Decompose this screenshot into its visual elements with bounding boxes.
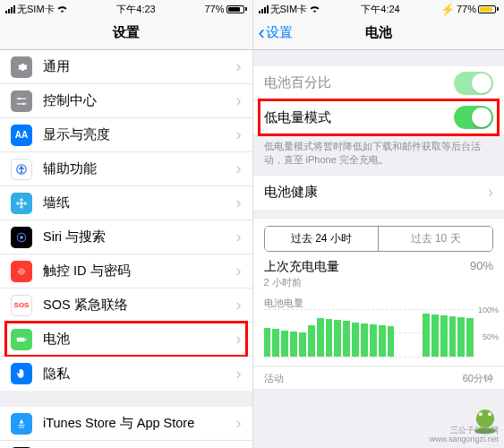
- chart-title: 电池电量: [264, 297, 494, 310]
- row-wallet-applepay[interactable]: 钱包与 Apple Pay ›: [0, 441, 252, 448]
- chart-bar: [457, 317, 465, 356]
- chart-bar: [308, 325, 315, 356]
- low-power-icon: ⚡: [440, 3, 455, 16]
- svg-point-7: [20, 198, 23, 202]
- section-last-charge: 90% 上次充电电量 2 小时前: [253, 252, 505, 293]
- row-control-center[interactable]: 控制中心 ›: [0, 84, 252, 118]
- y-axis-50: 50%: [483, 332, 499, 341]
- chevron-right-icon: ›: [236, 228, 242, 246]
- svg-point-5: [21, 166, 22, 168]
- group-separator: [0, 391, 252, 407]
- appstore-icon: [11, 413, 32, 435]
- page-title: 设置: [113, 24, 140, 41]
- chart-bar: [388, 326, 395, 357]
- section-activity: 活动 60分钟: [253, 366, 505, 389]
- chart-bar: [299, 332, 306, 357]
- chart-bar: [379, 325, 386, 357]
- row-label: SOS 紧急联络: [43, 297, 236, 314]
- chevron-right-icon: ›: [236, 262, 242, 280]
- row-label: Siri 与搜索: [43, 228, 236, 246]
- back-label: 设置: [266, 24, 293, 41]
- row-privacy[interactable]: 隐私 ›: [0, 357, 252, 391]
- sos-icon: SOS: [11, 295, 32, 316]
- tab-last-24h[interactable]: 过去 24 小时: [265, 227, 380, 251]
- accessibility-icon: [11, 159, 32, 180]
- watermark-text: 三公子游戏网 www.sangongzi.net: [429, 426, 499, 444]
- last-charge-title: 上次充电电量: [264, 259, 494, 275]
- chart-bar: [272, 329, 279, 357]
- chart-bar: [352, 323, 359, 357]
- siri-icon: [11, 227, 32, 248]
- last-charge-percent: 90%: [470, 259, 493, 272]
- chart-bar: [326, 319, 333, 356]
- carrier-text: 无SIM卡: [270, 3, 308, 16]
- y-axis-100: 100%: [478, 306, 499, 314]
- group-separator: [253, 210, 505, 219]
- row-label: 控制中心: [43, 92, 236, 109]
- row-battery-health[interactable]: 电池健康 ›: [253, 176, 505, 210]
- row-label: 辅助功能: [43, 160, 236, 177]
- screenshot-left-settings: 无SIM卡 下午4:23 77% 设置 通用 › 控制中心 › AA 显示与亮度…: [0, 0, 252, 448]
- group-separator: [253, 50, 505, 66]
- page-title: 电池: [365, 24, 392, 41]
- status-bar: 无SIM卡 下午4:23 77%: [0, 0, 252, 16]
- activity-right-label: 60分钟: [463, 372, 493, 385]
- svg-point-8: [20, 205, 23, 209]
- chevron-right-icon: ›: [236, 194, 242, 212]
- chart-bar: [466, 318, 474, 356]
- chevron-right-icon: ›: [236, 159, 242, 178]
- svg-rect-14: [25, 338, 26, 340]
- toggle-battery-percentage[interactable]: [454, 72, 493, 95]
- activity-label: 活动: [264, 372, 284, 385]
- signal-icon: [5, 5, 15, 13]
- signal-icon: [259, 5, 269, 13]
- aa-icon: AA: [11, 125, 32, 146]
- row-low-power-mode[interactable]: 低电量模式: [253, 100, 505, 134]
- row-label: 墙纸: [43, 194, 236, 211]
- chevron-right-icon: ›: [236, 57, 242, 76]
- row-battery[interactable]: 电池 ›: [0, 323, 252, 357]
- back-button[interactable]: ‹ 设置: [259, 23, 293, 43]
- toggle-low-power-mode[interactable]: [454, 106, 493, 129]
- chevron-right-icon: ›: [236, 91, 242, 110]
- chart-bar: [449, 316, 457, 357]
- wifi-icon: [56, 5, 68, 13]
- chart-bar: [361, 323, 368, 357]
- status-bar: 无SIM卡 下午4:24 ⚡ 77%: [253, 0, 505, 16]
- row-display-brightness[interactable]: AA 显示与亮度 ›: [0, 118, 252, 152]
- hand-icon: [11, 363, 32, 384]
- chevron-right-icon: ›: [236, 125, 242, 144]
- svg-point-10: [23, 202, 27, 205]
- row-label: 电池: [43, 331, 236, 348]
- row-label: 通用: [43, 58, 236, 75]
- tab-last-10d[interactable]: 过去 10 天: [379, 227, 492, 251]
- svg-point-9: [16, 202, 20, 205]
- row-touchid-passcode[interactable]: 触控 ID 与密码 ›: [0, 254, 252, 289]
- gear-icon: [11, 56, 32, 78]
- svg-rect-3: [17, 103, 27, 104]
- row-siri-search[interactable]: Siri 与搜索 ›: [0, 220, 252, 254]
- nav-bar: 设置: [0, 16, 252, 50]
- chart-bar: [281, 331, 288, 357]
- row-battery-percentage[interactable]: 电池百分比: [253, 66, 505, 100]
- row-wallpaper[interactable]: 墙纸 ›: [0, 186, 252, 220]
- svg-rect-13: [17, 337, 25, 341]
- row-label: 触控 ID 与密码: [43, 263, 236, 280]
- chart-bar: [440, 315, 448, 357]
- row-itunes-appstore[interactable]: iTunes Store 与 App Store ›: [0, 407, 252, 441]
- svg-point-12: [20, 236, 23, 239]
- chart-bar: [290, 332, 297, 357]
- svg-rect-1: [17, 98, 27, 99]
- battery-icon: [226, 5, 247, 13]
- row-accessibility[interactable]: 辅助功能 ›: [0, 152, 252, 186]
- row-sos[interactable]: SOS SOS 紧急联络 ›: [0, 289, 252, 323]
- chevron-right-icon: ›: [236, 365, 242, 383]
- chart-bar: [370, 324, 377, 357]
- flower-icon: [11, 193, 32, 214]
- row-label: 显示与亮度: [43, 126, 236, 143]
- clock: 下午4:24: [320, 3, 440, 16]
- battery-level-chart: 电池电量 100% 50%: [253, 293, 505, 366]
- battery-percent-text: 77%: [204, 4, 224, 14]
- svg-rect-19: [479, 413, 482, 416]
- row-general[interactable]: 通用 ›: [0, 50, 252, 84]
